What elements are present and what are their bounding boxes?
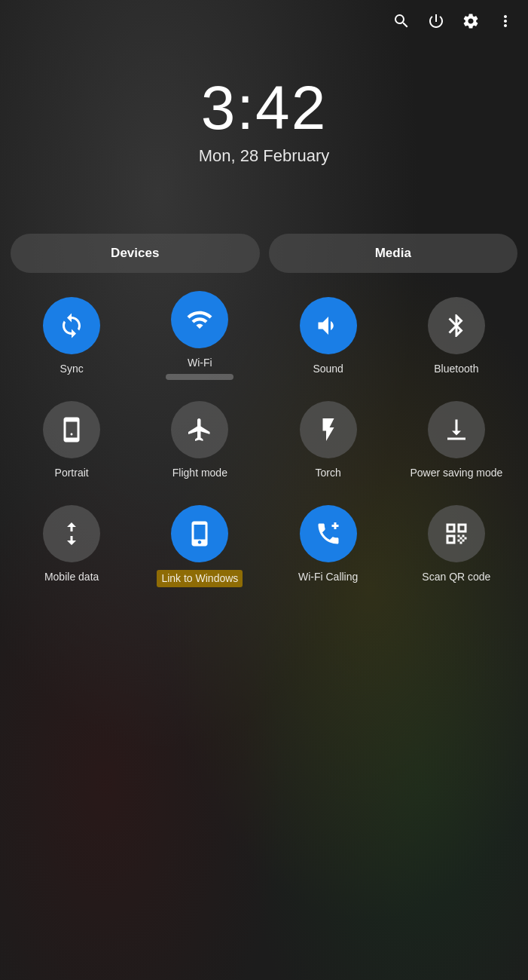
- tile-wifi[interactable]: Wi-Fi: [145, 291, 255, 381]
- more-icon[interactable]: [495, 11, 516, 32]
- portrait-label: Portrait: [55, 466, 89, 479]
- sound-icon-circle: [300, 297, 357, 354]
- settings-icon[interactable]: [460, 11, 481, 32]
- tile-portrait[interactable]: Portrait: [17, 395, 127, 485]
- sync-icon-circle: [43, 297, 100, 354]
- tile-torch[interactable]: Torch: [273, 395, 383, 485]
- search-icon[interactable]: [391, 11, 412, 32]
- clock-date: Mon, 28 February: [0, 146, 528, 166]
- sound-label: Sound: [313, 362, 343, 375]
- mobile-data-label: Mobile data: [44, 570, 99, 583]
- portrait-icon-circle: [43, 401, 100, 458]
- tiles-row-3: Mobile data Link to Windows Wi-Fi Callin…: [8, 499, 520, 593]
- tile-wifi-calling[interactable]: Wi-Fi Calling: [273, 499, 383, 593]
- device-media-row: Devices Media: [0, 234, 528, 273]
- top-bar: [0, 0, 528, 32]
- flight-mode-label: Flight mode: [172, 466, 227, 479]
- wifi-slider[interactable]: [166, 374, 233, 380]
- scan-qr-label: Scan QR code: [422, 570, 490, 583]
- wifi-calling-label: Wi-Fi Calling: [298, 570, 358, 583]
- tile-mobile-data[interactable]: Mobile data: [17, 499, 127, 593]
- tile-link-to-windows[interactable]: Link to Windows: [145, 499, 255, 593]
- link-windows-label: Link to Windows: [157, 570, 243, 586]
- tiles-row-1: Sync Wi-Fi Sound: [8, 291, 520, 381]
- sync-label: Sync: [60, 362, 84, 375]
- wifi-label: Wi-Fi: [188, 356, 212, 369]
- wifi-calling-icon-circle: [300, 505, 357, 562]
- bluetooth-label: Bluetooth: [434, 362, 478, 375]
- devices-button[interactable]: Devices: [11, 234, 260, 273]
- clock-area: 3:42 Mon, 28 February: [0, 77, 528, 166]
- tile-flight-mode[interactable]: Flight mode: [145, 395, 255, 485]
- link-windows-icon-circle: [171, 505, 228, 562]
- tile-scan-qr[interactable]: Scan QR code: [401, 499, 511, 593]
- clock-time: 3:42: [0, 77, 528, 139]
- tile-bluetooth[interactable]: Bluetooth: [401, 291, 511, 381]
- tile-sync[interactable]: Sync: [17, 291, 127, 381]
- mobile-data-icon-circle: [43, 505, 100, 562]
- torch-icon-circle: [300, 401, 357, 458]
- power-saving-label: Power saving mode: [410, 466, 502, 479]
- media-button[interactable]: Media: [269, 234, 518, 273]
- quick-tiles: Sync Wi-Fi Sound: [0, 291, 528, 593]
- tile-sound[interactable]: Sound: [273, 291, 383, 381]
- tile-power-saving[interactable]: Power saving mode: [401, 395, 511, 485]
- power-saving-icon-circle: [428, 401, 485, 458]
- tiles-row-2: Portrait Flight mode Torch: [8, 395, 520, 485]
- power-icon[interactable]: [426, 11, 447, 32]
- torch-label: Torch: [316, 466, 341, 479]
- bluetooth-icon-circle: [428, 297, 485, 354]
- flight-icon-circle: [171, 401, 228, 458]
- wifi-icon-circle: [171, 291, 228, 348]
- scan-qr-icon-circle: [428, 505, 485, 562]
